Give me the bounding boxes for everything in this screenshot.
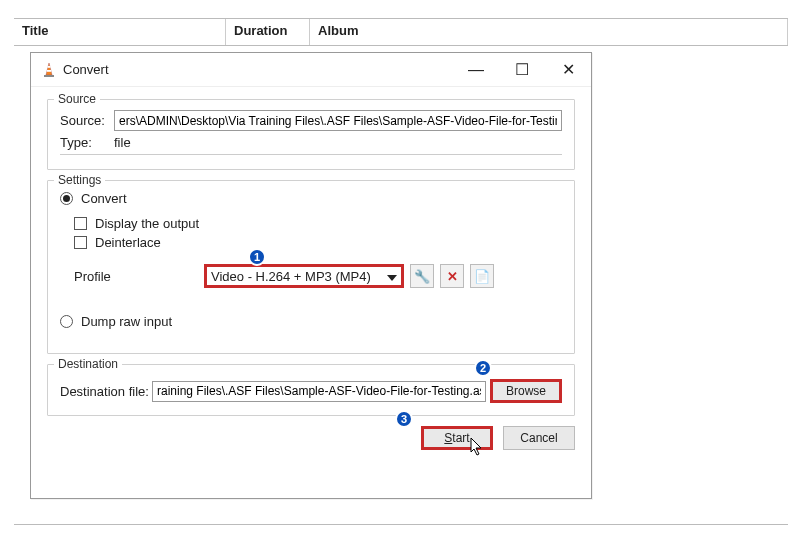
settings-group-label: Settings — [54, 173, 105, 187]
profile-value: Video - H.264 + MP3 (MP4) — [211, 269, 371, 284]
source-group: Source Source: Type: file — [47, 99, 575, 170]
svg-rect-3 — [44, 75, 54, 77]
destination-group: Destination 2 Destination file: Browse — [47, 364, 575, 416]
dialog-titlebar[interactable]: Convert — ☐ ✕ — [31, 53, 591, 87]
type-label: Type: — [60, 135, 114, 150]
profile-label: Profile — [74, 269, 204, 284]
dump-raw-radio[interactable] — [60, 315, 73, 328]
display-output-checkbox[interactable] — [74, 217, 87, 230]
destination-input[interactable] — [152, 381, 486, 402]
delete-profile-button[interactable]: ✕ — [440, 264, 464, 288]
start-label: Start — [444, 431, 469, 445]
column-title[interactable]: Title — [14, 19, 226, 45]
wrench-icon: 🔧 — [414, 269, 430, 284]
cancel-button[interactable]: Cancel — [503, 426, 575, 450]
cursor-icon — [470, 437, 486, 457]
source-input[interactable] — [114, 110, 562, 131]
convert-dialog: Convert — ☐ ✕ Source Source: Type: file — [30, 52, 592, 499]
svg-marker-4 — [471, 438, 481, 455]
deinterlace-label: Deinterlace — [95, 235, 161, 250]
badge-2: 2 — [474, 359, 492, 377]
dump-raw-label: Dump raw input — [81, 314, 172, 329]
type-value: file — [114, 135, 131, 150]
profile-combo[interactable]: Video - H.264 + MP3 (MP4) — [204, 264, 404, 288]
source-group-label: Source — [54, 92, 100, 106]
settings-group: Settings Convert Display the output Dein… — [47, 180, 575, 354]
convert-label: Convert — [81, 191, 127, 206]
minimize-button[interactable]: — — [453, 53, 499, 87]
display-output-label: Display the output — [95, 216, 199, 231]
svg-marker-0 — [46, 63, 52, 75]
source-label: Source: — [60, 113, 114, 128]
browse-label: Browse — [506, 384, 546, 398]
edit-profile-button[interactable]: 🔧 — [410, 264, 434, 288]
column-duration[interactable]: Duration — [226, 19, 310, 45]
badge-1: 1 — [248, 248, 266, 266]
badge-3: 3 — [395, 410, 413, 428]
close-button[interactable]: ✕ — [545, 53, 591, 87]
start-button[interactable]: Start — [421, 426, 493, 450]
svg-rect-2 — [47, 70, 51, 72]
browse-button[interactable]: Browse — [490, 379, 562, 403]
convert-radio[interactable] — [60, 192, 73, 205]
new-profile-icon: 📄 — [474, 269, 490, 284]
dialog-title: Convert — [63, 62, 109, 77]
deinterlace-checkbox[interactable] — [74, 236, 87, 249]
new-profile-button[interactable]: 📄 — [470, 264, 494, 288]
destination-group-label: Destination — [54, 357, 122, 371]
cancel-label: Cancel — [520, 431, 557, 445]
svg-rect-1 — [48, 66, 51, 68]
delete-icon: ✕ — [447, 269, 458, 284]
maximize-button[interactable]: ☐ — [499, 53, 545, 87]
column-album[interactable]: Album — [310, 19, 788, 45]
vlc-icon — [41, 62, 57, 78]
destination-label: Destination file: — [60, 384, 152, 399]
column-headers: Title Duration Album — [14, 18, 788, 46]
